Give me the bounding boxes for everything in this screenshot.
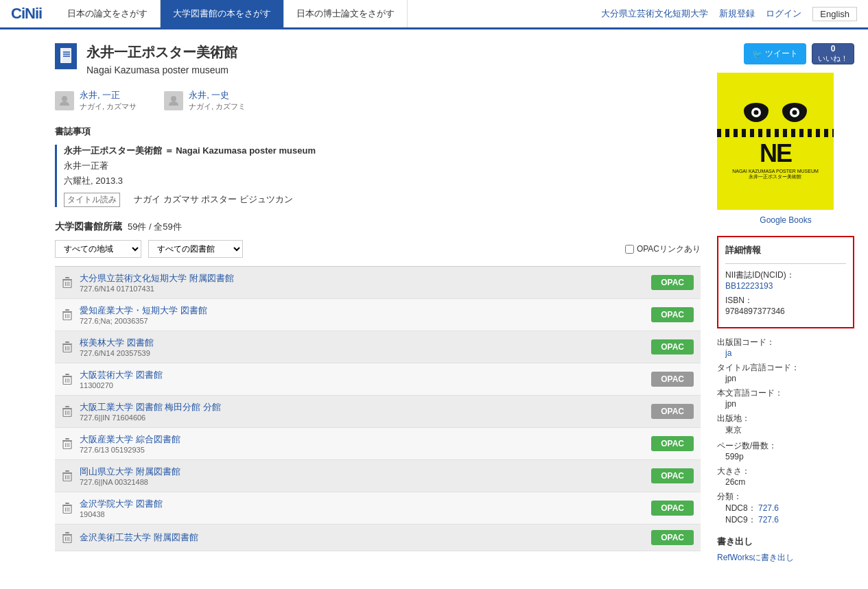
library-callnum: 727.6/13 05192935 [80, 446, 644, 454]
language-selector[interactable]: English [812, 7, 857, 21]
library-name-link[interactable]: 大阪産業大学 綜合図書館 [80, 434, 180, 444]
library-filter[interactable]: すべての図書館 [148, 240, 243, 258]
refworks-link[interactable]: RefWorksに書き出し [717, 553, 794, 562]
library-name-link[interactable]: 桜美林大学 図書館 [80, 337, 154, 348]
trash-icon [62, 405, 73, 418]
univ-link[interactable]: 大分県立芸術文化短期大学 [601, 8, 708, 20]
size-label: 大きさ： [717, 466, 750, 476]
region-filter[interactable]: すべての地域 [55, 240, 141, 258]
svg-point-6 [171, 96, 176, 101]
book-header: 永井一正ポスター美術館 Nagai Kazumasa poster museum [55, 43, 701, 75]
detail-section: 出版国コード： ja タイトル言語コード： jpn 本文言語コード： jpn 出… [717, 337, 854, 526]
library-name-link[interactable]: 金沢学院大学 図書館 [80, 498, 163, 509]
ndc8-value[interactable]: 727.6 [758, 503, 779, 513]
text-lang-row: 本文言語コード： jpn [717, 387, 854, 409]
library-callnum: 190438 [80, 510, 644, 518]
title-lang-row: タイトル言語コード： jpn [717, 362, 854, 383]
author-1-name-link[interactable]: 永井, 一正 [80, 90, 120, 100]
opac-button[interactable]: OPAC [651, 468, 694, 483]
place-value: 東京 [717, 425, 742, 435]
opac-checkbox[interactable] [625, 245, 634, 254]
place-label: 出版地： [717, 413, 750, 423]
library-info: 岡山県立大学 附属図書館 727.6||NA 00321488 [80, 466, 644, 486]
main-content: 永井一正ポスター美術館 Nagai Kazumasa poster museum… [0, 29, 868, 577]
register-link[interactable]: 新規登録 [719, 8, 755, 20]
filter-row: すべての地域 すべての図書館 OPACリンクあり [55, 240, 701, 258]
book-title-japanese: 永井一正ポスター美術館 [86, 43, 237, 62]
library-info: 大阪工業大学 図書館 梅田分館 分館 727.6||IN 71604606 [80, 401, 644, 422]
library-info: 大阪産業大学 綜合図書館 727.6/13 05192935 [80, 433, 644, 454]
opac-button[interactable]: OPAC [651, 372, 694, 387]
svg-rect-44 [65, 470, 69, 472]
trash-icon [62, 373, 73, 385]
opac-button[interactable]: OPAC [651, 339, 694, 354]
opac-button[interactable]: OPAC [651, 436, 694, 451]
svg-rect-50 [65, 503, 69, 504]
svg-rect-26 [65, 374, 69, 375]
library-callnum: 11300270 [80, 381, 644, 389]
main-nav: 日本の論文をさがす 大学図書館の本をさがす 日本の博士論文をさがす [55, 0, 408, 27]
bib-reading-row: タイトル読み ナガイ カズマサ ポスター ビジュツカン [64, 193, 701, 207]
library-row: 大阪芸術大学 図書館 11300270 OPAC [55, 363, 701, 396]
nav-item-papers[interactable]: 日本の論文をさがす [55, 0, 161, 27]
library-info: 大阪芸術大学 図書館 11300270 [80, 369, 644, 389]
library-name-link[interactable]: 大分県立芸術文化短期大学 附属図書館 [80, 273, 234, 283]
nii-id-label: NII書誌ID(NCID)： [725, 270, 795, 280]
pages-row: ページ数/冊数： 599p [717, 440, 854, 461]
ndc9-value[interactable]: 727.6 [758, 515, 779, 525]
opac-button[interactable]: OPAC [651, 530, 694, 545]
opac-checkbox-label[interactable]: OPACリンクあり [625, 243, 701, 255]
book-cover: NE NAGAI KAZUMASA POSTER MUSEUM永井一正ポスター美… [717, 73, 834, 210]
library-name-link[interactable]: 愛知産業大学・短期大学 図書館 [80, 305, 207, 315]
author-2-kana: ナガイ, カズフミ [189, 101, 246, 112]
library-info: 愛知産業大学・短期大学 図書館 727.6;Na; 20036357 [80, 304, 644, 325]
library-row: 大分県立芸術文化短期大学 附属図書館 727.6/N14 017107431 O… [55, 267, 701, 299]
like-count: 0 [831, 44, 836, 53]
library-name-link[interactable]: 金沢美術工芸大学 附属図書館 [80, 532, 198, 542]
library-name-link[interactable]: 大阪芸術大学 図書館 [80, 370, 163, 380]
opac-button[interactable]: OPAC [651, 404, 694, 419]
google-books-link[interactable]: Google Books [717, 215, 854, 225]
title-lang-value: jpn [717, 374, 736, 383]
isbn-value: 9784897377346 [725, 306, 785, 316]
pages-value: 599p [717, 452, 744, 461]
like-button[interactable]: 0 いいね！ [812, 43, 854, 64]
tweet-button[interactable]: 🐦 ツイート [744, 43, 806, 64]
library-callnum: 727.6/N14 20357539 [80, 349, 644, 357]
library-callnum: 727.6||IN 71604606 [80, 413, 644, 422]
bib-reading-value: ナガイ カズマサ ポスター ビジュツカン [134, 193, 293, 206]
country-code-label: 出版国コード： [717, 337, 775, 347]
library-row: 大阪工業大学 図書館 梅田分館 分館 727.6||IN 71604606 OP… [55, 396, 701, 428]
library-name-link[interactable]: 大阪工業大学 図書館 梅田分館 分館 [80, 402, 221, 412]
nii-id-value[interactable]: BB12223193 [725, 281, 773, 291]
detail-info-box: 詳細情報 NII書誌ID(NCID)： BB12223193 ISBN： 978… [717, 236, 854, 328]
opac-button[interactable]: OPAC [651, 275, 694, 290]
library-name-link[interactable]: 岡山県立大学 附属図書館 [80, 466, 180, 477]
svg-point-5 [62, 96, 67, 101]
library-info: 金沢学院大学 図書館 190438 [80, 498, 644, 518]
ndc-label: 分類： [717, 492, 742, 501]
trash-icon [62, 470, 73, 482]
write-out-section: 書き出し RefWorksに書き出し [717, 536, 854, 564]
login-link[interactable]: ログイン [766, 8, 801, 20]
nav-item-library[interactable]: 大学図書館の本をさがす [161, 0, 284, 27]
author-1: 永井, 一正 ナガイ, カズマサ [55, 89, 137, 112]
cover-eye-left [744, 103, 769, 122]
book-title-block: 永井一正ポスター美術館 Nagai Kazumasa poster museum [86, 43, 237, 75]
book-title-english: Nagai Kazumasa poster museum [86, 64, 237, 75]
nav-item-thesis[interactable]: 日本の博士論文をさがす [284, 0, 408, 27]
title-lang-label: タイトル言語コード： [717, 363, 799, 372]
isbn-label: ISBN： [725, 296, 753, 305]
author-2-name-link[interactable]: 永井, 一史 [189, 90, 229, 100]
book-svg-icon [59, 48, 73, 64]
opac-button[interactable]: OPAC [651, 307, 694, 322]
svg-rect-20 [65, 341, 69, 343]
library-callnum: 727.6/N14 017107431 [80, 285, 644, 293]
library-callnum: 727.6;Na; 20036357 [80, 317, 644, 325]
bibliography-section-title: 書誌事項 [55, 125, 701, 138]
trash-icon [62, 309, 73, 321]
bib-author: 永井一正著 [64, 160, 701, 172]
opac-checkbox-text: OPACリンクあり [637, 243, 701, 255]
opac-button[interactable]: OPAC [651, 501, 694, 516]
library-list: 大分県立芸術文化短期大学 附属図書館 727.6/N14 017107431 O… [55, 266, 701, 551]
